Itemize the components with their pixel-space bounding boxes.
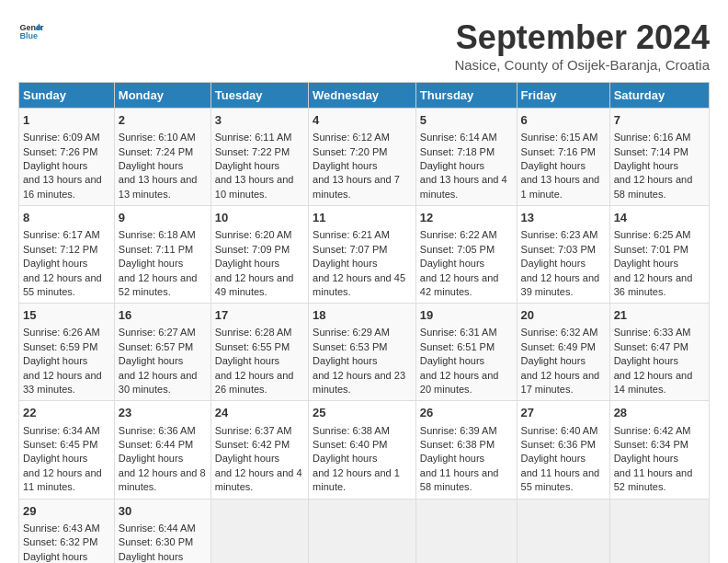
daylight-detail: and 12 hours and 52 minutes.	[119, 271, 207, 300]
daylight-detail: and 11 hours and 55 minutes.	[521, 466, 606, 495]
day-number: 19	[420, 307, 513, 324]
sunrise-text: Sunrise: 6:31 AM	[420, 326, 513, 339]
daylight-text: Daylight hours	[420, 354, 513, 368]
sunset-text: Sunset: 6:40 PM	[313, 438, 412, 452]
table-cell: 9Sunrise: 6:18 AMSunset: 7:11 PMDaylight…	[114, 206, 210, 304]
daylight-text: Daylight hours	[614, 257, 705, 270]
sunrise-text: Sunrise: 6:26 AM	[23, 326, 110, 339]
header-wednesday: Wednesday	[309, 83, 416, 109]
daylight-detail: and 12 hours and 49 minutes.	[215, 271, 304, 300]
table-cell: 23Sunrise: 6:36 AMSunset: 6:44 PMDayligh…	[114, 401, 210, 499]
daylight-text: Daylight hours	[119, 354, 207, 368]
header-sunday: Sunday	[19, 83, 115, 109]
sunset-text: Sunset: 6:57 PM	[119, 340, 207, 354]
table-cell: 3Sunrise: 6:11 AMSunset: 7:22 PMDaylight…	[210, 109, 308, 206]
table-cell: 22Sunrise: 6:34 AMSunset: 6:45 PMDayligh…	[19, 401, 115, 499]
daylight-text: Daylight hours	[215, 257, 304, 270]
daylight-text: Daylight hours	[420, 452, 513, 465]
sunrise-text: Sunrise: 6:23 AM	[521, 228, 606, 242]
table-cell: 26Sunrise: 6:39 AMSunset: 6:38 PMDayligh…	[415, 401, 517, 499]
table-cell: 14Sunrise: 6:25 AMSunset: 7:01 PMDayligh…	[609, 206, 709, 304]
daylight-text: Daylight hours	[614, 354, 705, 368]
daylight-detail: and 12 hours and 1 minute.	[313, 466, 412, 495]
day-number: 17	[215, 307, 304, 324]
calendar-table: Sunday Monday Tuesday Wednesday Thursday…	[18, 82, 710, 563]
sunset-text: Sunset: 6:30 PM	[119, 535, 207, 549]
sunrise-text: Sunrise: 6:33 AM	[614, 326, 705, 339]
table-cell: 1Sunrise: 6:09 AMSunset: 7:26 PMDaylight…	[19, 109, 115, 206]
sunset-text: Sunset: 6:38 PM	[420, 438, 513, 452]
sunrise-text: Sunrise: 6:28 AM	[215, 326, 304, 339]
daylight-detail: and 12 hours and 36 minutes.	[614, 271, 705, 300]
daylight-detail: and 12 hours and 30 minutes.	[119, 369, 207, 397]
table-cell	[210, 499, 308, 563]
table-cell: 6Sunrise: 6:15 AMSunset: 7:16 PMDaylight…	[517, 109, 609, 206]
sunrise-text: Sunrise: 6:15 AM	[521, 131, 606, 144]
sunset-text: Sunset: 6:34 PM	[614, 438, 705, 452]
sunset-text: Sunset: 7:20 PM	[313, 145, 412, 159]
daylight-detail: and 12 hours and 8 minutes.	[119, 466, 207, 495]
daylight-detail: and 12 hours and 4 minutes.	[215, 466, 304, 495]
table-cell	[415, 499, 517, 563]
day-number: 10	[215, 210, 304, 226]
svg-text:Blue: Blue	[19, 31, 38, 40]
table-cell: 25Sunrise: 6:38 AMSunset: 6:40 PMDayligh…	[309, 401, 416, 499]
header-friday: Friday	[517, 83, 609, 109]
sunset-text: Sunset: 7:14 PM	[614, 145, 705, 159]
daylight-detail: and 13 hours and 13 minutes.	[119, 173, 207, 201]
sunrise-text: Sunrise: 6:36 AM	[119, 424, 207, 438]
day-number: 28	[614, 405, 705, 421]
sunset-text: Sunset: 7:07 PM	[313, 243, 412, 257]
daylight-text: Daylight hours	[119, 257, 207, 270]
daylight-detail: and 13 hours and 1 minute.	[521, 173, 606, 201]
sunrise-text: Sunrise: 6:17 AM	[23, 228, 110, 242]
table-cell: 18Sunrise: 6:29 AMSunset: 6:53 PMDayligh…	[309, 304, 416, 401]
day-number: 9	[119, 210, 207, 226]
table-cell: 7Sunrise: 6:16 AMSunset: 7:14 PMDaylight…	[609, 109, 709, 206]
daylight-text: Daylight hours	[215, 452, 304, 465]
day-number: 5	[420, 112, 513, 129]
daylight-text: Daylight hours	[614, 452, 705, 465]
table-cell: 12Sunrise: 6:22 AMSunset: 7:05 PMDayligh…	[415, 206, 517, 304]
sunrise-text: Sunrise: 6:42 AM	[614, 424, 705, 438]
table-cell: 11Sunrise: 6:21 AMSunset: 7:07 PMDayligh…	[309, 206, 416, 304]
sunrise-text: Sunrise: 6:14 AM	[420, 131, 513, 144]
table-cell: 2Sunrise: 6:10 AMSunset: 7:24 PMDaylight…	[114, 109, 210, 206]
day-number: 1	[23, 112, 110, 129]
sunset-text: Sunset: 7:01 PM	[614, 243, 705, 257]
daylight-text: Daylight hours	[23, 159, 110, 173]
sunrise-text: Sunrise: 6:27 AM	[119, 326, 207, 339]
sunset-text: Sunset: 6:59 PM	[23, 340, 110, 354]
daylight-text: Daylight hours	[119, 452, 207, 465]
daylight-detail: and 11 hours and 58 minutes.	[420, 466, 513, 495]
table-cell: 4Sunrise: 6:12 AMSunset: 7:20 PMDaylight…	[309, 109, 416, 206]
sunset-text: Sunset: 7:24 PM	[119, 145, 207, 159]
location-title: Nasice, County of Osijek-Baranja, Croati…	[454, 57, 710, 73]
day-number: 21	[614, 307, 705, 324]
day-number: 4	[313, 112, 412, 129]
sunset-text: Sunset: 6:47 PM	[614, 340, 705, 354]
header-saturday: Saturday	[609, 83, 709, 109]
page-header: General Blue September 2024 Nasice, Coun…	[18, 18, 710, 73]
table-cell: 28Sunrise: 6:42 AMSunset: 6:34 PMDayligh…	[609, 401, 709, 499]
daylight-text: Daylight hours	[521, 159, 606, 173]
daylight-detail: and 12 hours and 26 minutes.	[215, 369, 304, 397]
sunrise-text: Sunrise: 6:25 AM	[614, 228, 705, 242]
daylight-text: Daylight hours	[420, 159, 513, 173]
sunrise-text: Sunrise: 6:20 AM	[215, 228, 304, 242]
sunset-text: Sunset: 6:42 PM	[215, 438, 304, 452]
sunset-text: Sunset: 7:16 PM	[521, 145, 606, 159]
calendar-header: Sunday Monday Tuesday Wednesday Thursday…	[19, 83, 710, 109]
daylight-detail: and 12 hours and 11 minutes.	[23, 466, 110, 495]
day-number: 3	[215, 112, 304, 129]
daylight-text: Daylight hours	[215, 354, 304, 368]
daylight-detail: and 13 hours and 4 minutes.	[420, 173, 513, 201]
sunset-text: Sunset: 7:26 PM	[23, 145, 110, 159]
day-number: 12	[420, 210, 513, 226]
sunrise-text: Sunrise: 6:44 AM	[119, 522, 207, 535]
table-cell: 8Sunrise: 6:17 AMSunset: 7:12 PMDaylight…	[19, 206, 115, 304]
table-cell: 20Sunrise: 6:32 AMSunset: 6:49 PMDayligh…	[517, 304, 609, 401]
daylight-text: Daylight hours	[313, 452, 412, 465]
daylight-text: Daylight hours	[23, 452, 110, 465]
table-cell: 16Sunrise: 6:27 AMSunset: 6:57 PMDayligh…	[114, 304, 210, 401]
